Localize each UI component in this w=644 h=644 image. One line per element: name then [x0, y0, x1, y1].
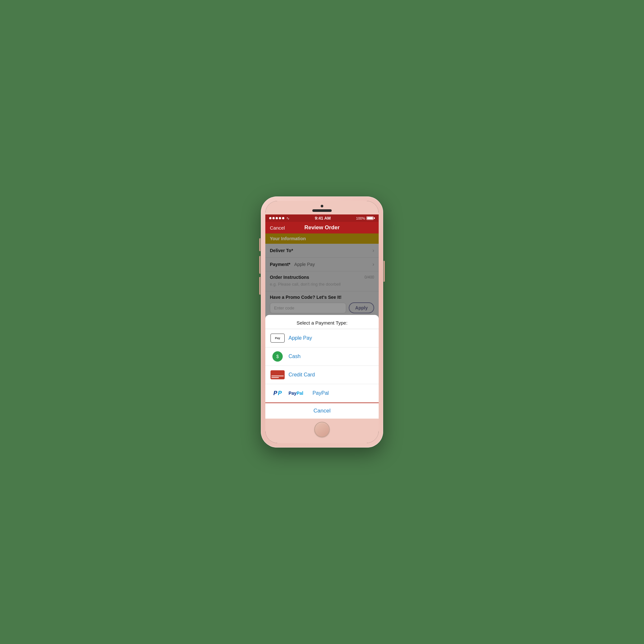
signal-dot-2 — [272, 217, 275, 219]
cc-line-1 — [271, 375, 284, 376]
signal-area: ∿ — [269, 216, 289, 221]
paypal-p2: P — [278, 390, 282, 397]
paypal-label: PayPal — [312, 390, 329, 396]
battery-body — [366, 216, 374, 220]
cash-icon: $ — [272, 351, 283, 362]
cc-line-2 — [271, 377, 279, 378]
battery-area: 100% — [356, 216, 375, 220]
payment-modal-overlay: Select a Payment Type: Pay Apple Pay — [265, 233, 379, 419]
apple-pay-logo-text: Pay — [275, 336, 280, 340]
apple-pay-box: Pay — [270, 334, 285, 343]
signal-dot-3 — [276, 217, 278, 219]
credit-card-option[interactable]: Credit Card — [265, 366, 379, 384]
battery-percent: 100% — [356, 216, 365, 220]
main-content: Your Information Deliver To* › Payment* … — [265, 233, 379, 419]
cash-label: Cash — [289, 354, 300, 359]
paypal-text-label: PayPal — [289, 390, 303, 396]
signal-dot-1 — [269, 217, 271, 219]
apple-pay-label: Apple Pay — [289, 335, 312, 341]
apple-pay-option[interactable]: Pay Apple Pay — [265, 329, 379, 347]
power-button — [384, 261, 385, 282]
wifi-icon: ∿ — [286, 216, 289, 221]
phone-screen: ∿ 9:41 AM 100% Cancel Review Order — [265, 201, 379, 443]
battery-icon — [366, 216, 375, 220]
battery-tip — [374, 217, 375, 219]
status-bar: ∿ 9:41 AM 100% — [265, 214, 379, 222]
battery-fill — [367, 217, 373, 219]
bottom-hardware-area — [265, 419, 379, 443]
credit-card-label: Credit Card — [289, 372, 315, 378]
page-title: Review Order — [296, 224, 348, 231]
paypal-p1: P — [273, 390, 277, 397]
paypal-logo: P P — [273, 390, 282, 397]
apple-pay-icon: Pay — [270, 334, 285, 343]
signal-dot-5 — [282, 217, 284, 219]
status-time: 9:41 AM — [315, 216, 331, 221]
navigation-bar: Cancel Review Order — [265, 222, 379, 233]
paypal-option[interactable]: P P PayPal PayPal — [265, 384, 379, 403]
cancel-button[interactable]: Cancel — [270, 225, 296, 231]
credit-card-icon-container — [270, 370, 285, 379]
camera — [321, 205, 323, 207]
payment-modal-sheet: Select a Payment Type: Pay Apple Pay — [265, 315, 379, 419]
top-hardware-area — [265, 201, 379, 214]
signal-dot-4 — [279, 217, 281, 219]
phone-frame: ∿ 9:41 AM 100% Cancel Review Order — [261, 196, 383, 448]
paypal-text-light: Pal — [297, 391, 303, 396]
credit-card-icon — [270, 370, 285, 379]
paypal-text-blue: Pay — [289, 391, 297, 396]
modal-cancel-row: Cancel — [265, 403, 379, 419]
volume-up-button — [259, 256, 260, 274]
cash-option[interactable]: $ Cash — [265, 347, 379, 366]
screen-content: ∿ 9:41 AM 100% Cancel Review Order — [265, 214, 379, 419]
cash-icon-container: $ — [270, 352, 285, 361]
modal-cancel-button[interactable]: Cancel — [314, 408, 331, 414]
speaker — [312, 209, 332, 212]
volume-down-button — [259, 277, 260, 295]
modal-title: Select a Payment Type: — [265, 315, 379, 329]
home-button[interactable] — [314, 422, 330, 437]
paypal-icon-container: P P — [270, 389, 285, 398]
